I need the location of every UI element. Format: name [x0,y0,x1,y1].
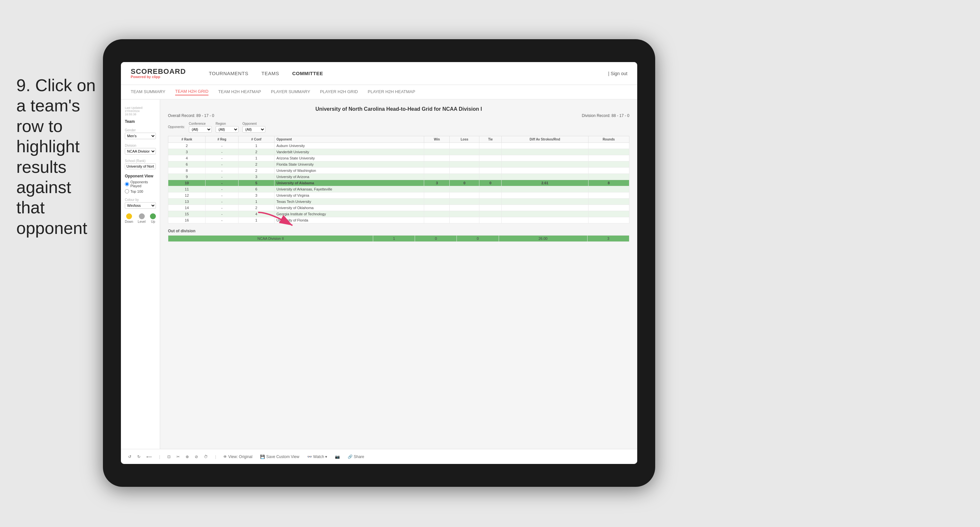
radio-opponents-played[interactable]: Opponents Played [125,180,156,188]
logo-text: SCOREBOARD [131,68,186,75]
data-cell [501,211,588,217]
table-row[interactable]: 9-3University of Arizona [168,174,629,180]
nav-committee[interactable]: COMMITTEE [292,70,323,76]
opponent-cell: University of Oklahoma [274,205,424,211]
tool-btn3[interactable]: ⊕ [184,454,191,460]
table-row[interactable]: 13-1Texas Tech University [168,199,629,205]
data-cell [479,149,501,155]
tab-team-summary[interactable]: TEAM SUMMARY [131,89,165,95]
data-cell [479,143,501,149]
data-cell: 14 [168,205,205,211]
table-row[interactable]: 16-1University of Florida [168,217,629,223]
out-division-win: 1 [373,236,415,242]
sidebar-gender-section: Gender Men's [125,128,156,139]
opponents-filter: Opponents: [168,125,185,129]
gender-select[interactable]: Men's [125,133,156,139]
tab-player-summary[interactable]: PLAYER SUMMARY [271,89,310,95]
opponent-filter: Opponent (All) [242,122,265,133]
table-row[interactable]: 10-5University of Alabama3002.618 [168,180,629,186]
undo-btn[interactable]: ↺ [126,454,133,460]
legend-row: Down Level Up [125,213,156,223]
back-btn[interactable]: ⟵ [145,454,154,460]
data-cell: 11 [168,186,205,193]
out-of-division-table: NCAA Division II 1 0 0 26.00 3 [168,235,629,242]
sidebar-division-label: Division [125,144,156,147]
data-cell [588,161,629,167]
sidebar-school-section: School (Rank) [125,159,156,169]
share-btn[interactable]: 🔗 Share [346,454,366,460]
clock-btn[interactable]: ⏱ [202,454,210,460]
data-cell [424,211,450,217]
region-select[interactable]: (All) [216,126,239,133]
out-division-tie: 0 [457,236,499,242]
bottom-toolbar: ↺ ↻ ⟵ | ⊡ ✂ ⊕ ⊘ ⏱ | 👁 View: Original 💾 S… [121,449,637,464]
table-row[interactable]: 4-1Arizona State University [168,155,629,161]
tool-btn1[interactable]: ⊡ [165,454,173,460]
data-cell [588,167,629,174]
table-row[interactable]: 8-2University of Washington [168,167,629,174]
division-select[interactable]: NCAA Division I [125,148,156,154]
opponent-select[interactable]: (All) [242,126,265,133]
screenshot-btn[interactable]: 📷 [333,454,342,460]
tool-btn2[interactable]: ✂ [175,454,182,460]
radio-top100[interactable]: Top 100 [125,189,156,193]
data-cell [479,211,501,217]
data-cell [588,143,629,149]
col-reg: # Reg [205,136,238,143]
table-row[interactable]: 3-2Vanderbilt University [168,149,629,155]
data-cell [424,205,450,211]
col-win: Win [424,136,450,143]
tab-team-h2h-heatmap[interactable]: TEAM H2H HEATMAP [218,89,261,95]
data-cell [450,199,479,205]
tool-group: ⊡ ✂ ⊕ ⊘ ⏱ [165,454,210,460]
opponent-cell: University of Arkansas, Fayetteville [274,186,424,193]
table-row[interactable]: 15-4Georgia Institute of Technology [168,211,629,217]
view-btn[interactable]: 👁 View: Original [221,454,254,460]
data-cell: 12 [168,193,205,199]
opponent-label: Opponent [242,122,265,126]
watch-btn[interactable]: 👓 Watch ▾ [305,454,329,460]
nav-teams[interactable]: TEAMS [261,70,279,76]
table-row[interactable]: 14-2University of Oklahoma [168,205,629,211]
data-cell [450,143,479,149]
table-row[interactable]: 12-3University of Virginia [168,193,629,199]
tab-player-h2h-heatmap[interactable]: PLAYER H2H HEATMAP [368,89,415,95]
data-cell [501,161,588,167]
data-cell: 3 [424,180,450,186]
table-row[interactable]: 11-6University of Arkansas, Fayetteville [168,186,629,193]
main-nav: TOURNAMENTS TEAMS COMMITTEE [209,70,323,76]
data-cell [588,199,629,205]
data-cell: 2 [168,143,205,149]
out-division-row[interactable]: NCAA Division II 1 0 0 26.00 3 [168,236,629,242]
data-cell [450,161,479,167]
sidebar-opponent-view-label: Opponent View [125,174,156,178]
colour-select[interactable]: Win/loss [125,202,156,209]
tool-btn4[interactable]: ⊘ [193,454,200,460]
save-custom-btn[interactable]: 💾 Save Custom View [258,454,301,460]
sidebar-school-label: School (Rank) [125,159,156,163]
sub-nav: TEAM SUMMARY TEAM H2H GRID TEAM H2H HEAT… [121,85,637,100]
tab-team-h2h-grid[interactable]: TEAM H2H GRID [175,89,208,96]
table-row[interactable]: 2-1Auburn University [168,143,629,149]
school-input[interactable] [125,163,156,169]
opponent-cell: University of Arizona [274,174,424,180]
sign-out[interactable]: | Sign out [608,71,627,76]
legend-level: Level [138,213,146,223]
data-cell [450,217,479,223]
data-cell [450,174,479,180]
data-cell: 3 [238,193,274,199]
conference-select[interactable]: (All) [189,126,212,133]
data-cell: 3 [238,174,274,180]
sidebar-colour-label: Colour by [125,198,156,202]
redo-btn[interactable]: ↻ [135,454,143,460]
data-cell [501,149,588,155]
record-row: Overall Record: 89 - 17 - 0 Division Rec… [168,113,629,118]
data-cell [424,167,450,174]
data-cell: - [205,186,238,193]
nav-tournaments[interactable]: TOURNAMENTS [209,70,248,76]
table-row[interactable]: 6-2Florida State University [168,161,629,167]
data-cell: 3 [168,149,205,155]
toolbar-sep2: | [215,454,216,459]
last-updated: Last Updated: 27/03/2024 16:55:38 [125,106,156,116]
tab-player-h2h-grid[interactable]: PLAYER H2H GRID [320,89,358,95]
